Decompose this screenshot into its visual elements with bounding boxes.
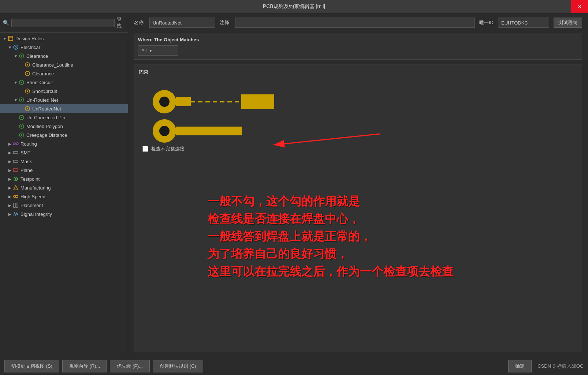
expand-arrow: ▼ xyxy=(2,36,7,41)
rule-header: 名称 注释 唯一ID 测试语句 xyxy=(134,18,582,28)
routing-icon xyxy=(12,140,19,147)
switch-doc-view-button[interactable]: 切换到文档视图 (S) xyxy=(4,360,59,372)
tree-label-unroutednet: UnRoutedNet xyxy=(32,106,61,112)
tree-item-signal-integrity[interactable]: ▶ Signal Integrity xyxy=(0,210,128,218)
watermark: CSDN博 @嵌入战OG xyxy=(535,363,584,370)
expand-arrow: ▶ xyxy=(7,211,12,217)
mask-icon xyxy=(12,158,19,165)
pcb-pad-stub-2 xyxy=(176,127,242,135)
confirm-button[interactable]: 确定 xyxy=(508,360,532,372)
tree-item-plane[interactable]: ▶ Plane xyxy=(0,166,128,175)
search-input[interactable] xyxy=(11,19,115,27)
manufacturing-icon xyxy=(12,184,19,191)
svg-point-34 xyxy=(14,195,16,198)
svg-point-23 xyxy=(21,134,22,136)
tree-item-shortcircuit[interactable]: ShortCircuit xyxy=(0,87,128,95)
svg-point-7 xyxy=(27,64,28,65)
high-speed-icon xyxy=(12,193,19,200)
tree-label-un-routed-net: Un-Routed Net xyxy=(26,97,58,103)
where-dropdown-value: All xyxy=(141,48,146,53)
expand-arrow: ▶ xyxy=(7,176,12,181)
annotation-line1: 一般不勾，这个勾的作用就是 xyxy=(208,192,500,210)
electrical-icon xyxy=(12,44,19,50)
creepage-distance-icon xyxy=(18,132,25,138)
svg-point-15 xyxy=(21,99,22,101)
uid-label: 唯一ID xyxy=(479,19,494,26)
close-button[interactable]: × xyxy=(571,0,588,13)
annotation-line4: 为了培养自己的良好习惯， xyxy=(208,245,500,263)
tree-label-clearance-group: Clearance xyxy=(26,53,48,59)
dropdown-arrow-icon: ▼ xyxy=(149,49,152,53)
bottom-bar: 切换到文档视图 (S) 规则向导 (R)... 优先级 (P)... 创建默认规… xyxy=(0,357,588,375)
create-default-rule-button[interactable]: 创建默认规则 (C) xyxy=(153,360,203,372)
checkbox-row: 检查不完整连接 xyxy=(139,146,577,152)
sidebar: 🔍 查找 ▼ Design Rules ▼ Electrical xyxy=(0,13,128,357)
tree-label-electrical: Electrical xyxy=(21,45,40,50)
test-button[interactable]: 测试语句 xyxy=(554,18,582,28)
expand-arrow-empty xyxy=(13,132,18,138)
tree-item-clearance-1outline[interactable]: Clearance_1outline xyxy=(0,60,128,69)
tree-item-un-routed-net[interactable]: ▼ Un-Routed Net xyxy=(0,95,128,104)
main-container: 🔍 查找 ▼ Design Rules ▼ Electrical xyxy=(0,13,588,357)
where-dropdown[interactable]: All ▼ xyxy=(138,45,178,56)
tree-label-short-circuit: Short-Circuit xyxy=(26,80,53,85)
tree-label-modified-polygon: Modified Polygon xyxy=(26,124,63,129)
tree-item-modified-polygon[interactable]: Modified Polygon xyxy=(0,122,128,131)
clearance-group-icon xyxy=(18,53,25,59)
tree-item-electrical[interactable]: ▼ Electrical xyxy=(0,43,128,52)
tree-label-design-rules: Design Rules xyxy=(15,36,44,41)
plane-icon xyxy=(12,167,19,173)
expand-arrow: ▼ xyxy=(13,53,18,59)
signal-integrity-icon xyxy=(12,211,19,217)
tree-item-short-circuit[interactable]: ▼ Short-Circuit xyxy=(0,78,128,87)
shortcircuit-icon xyxy=(24,88,31,94)
tree-item-manufacturing[interactable]: ▶ Manufacturing xyxy=(0,183,128,192)
tree-item-design-rules[interactable]: ▼ Design Rules xyxy=(0,34,128,43)
svg-point-32 xyxy=(15,178,16,180)
right-panel: 名称 注释 唯一ID 测试语句 Where The Object Matches… xyxy=(128,13,588,357)
expand-arrow: ▼ xyxy=(7,45,12,50)
tree-item-routing[interactable]: ▶ Routing xyxy=(0,139,128,148)
svg-rect-28 xyxy=(14,160,18,162)
svg-rect-0 xyxy=(8,36,13,41)
constraint-section: 约束 xyxy=(134,64,582,352)
tree-label-routing: Routing xyxy=(21,141,37,147)
tree-container: ▼ Design Rules ▼ Electrical ▼ xyxy=(0,33,128,357)
tree-label-manufacturing: Manufacturing xyxy=(21,185,51,191)
svg-rect-37 xyxy=(14,203,15,207)
annotation-line2: 检查线是否连接在焊盘中心， xyxy=(208,210,500,228)
where-section: Where The Object Matches All ▼ xyxy=(134,33,582,60)
tree-item-mask[interactable]: ▶ Mask xyxy=(0,157,128,166)
tree-item-smt[interactable]: ▶ SMT xyxy=(0,148,128,157)
tree-item-testpoint[interactable]: ▶ Testpoint xyxy=(0,175,128,183)
incomplete-connection-checkbox[interactable] xyxy=(142,146,148,152)
tree-item-placement[interactable]: ▶ Placement xyxy=(0,201,128,210)
rule-wizard-button[interactable]: 规则向导 (R)... xyxy=(62,360,107,372)
uid-input[interactable] xyxy=(498,18,549,28)
tree-item-un-connected-pin[interactable]: Un-Connected Pin xyxy=(0,113,128,122)
expand-arrow-empty xyxy=(19,89,24,94)
expand-arrow-empty xyxy=(13,115,18,120)
window-title: PCB规则及约束编辑器 [mil] xyxy=(263,3,325,10)
name-label: 名称 xyxy=(134,19,145,26)
expand-arrow: ▶ xyxy=(7,194,12,199)
comment-input[interactable] xyxy=(235,18,475,28)
tree-item-creepage-distance[interactable]: Creepage Distance xyxy=(0,131,128,139)
placement-icon xyxy=(12,202,19,209)
svg-point-25 xyxy=(16,143,18,145)
testpoint-icon xyxy=(12,176,19,182)
constraint-title: 约束 xyxy=(139,69,577,75)
unroutednet-icon xyxy=(24,105,31,112)
tree-item-clearance[interactable]: Clearance xyxy=(0,69,128,78)
priority-button[interactable]: 优先级 (P)... xyxy=(110,360,150,372)
svg-point-3 xyxy=(14,45,18,49)
pcb-pad-hole-1 xyxy=(159,97,170,107)
svg-point-11 xyxy=(21,82,22,83)
tree-item-unroutednet[interactable]: UnRoutedNet xyxy=(0,104,128,113)
expand-arrow: ▶ xyxy=(7,168,12,173)
annotation-overlay: 一般不勾，这个勾的作用就是 检查线是否连接在焊盘中心， 一般线答到焊盘上就是正常… xyxy=(208,192,500,280)
tree-item-high-speed[interactable]: ▶ High Speed xyxy=(0,192,128,201)
tree-item-clearance-group[interactable]: ▼ Clearance xyxy=(0,52,128,60)
name-input[interactable] xyxy=(149,18,215,28)
search-label: 查找 xyxy=(117,16,125,29)
